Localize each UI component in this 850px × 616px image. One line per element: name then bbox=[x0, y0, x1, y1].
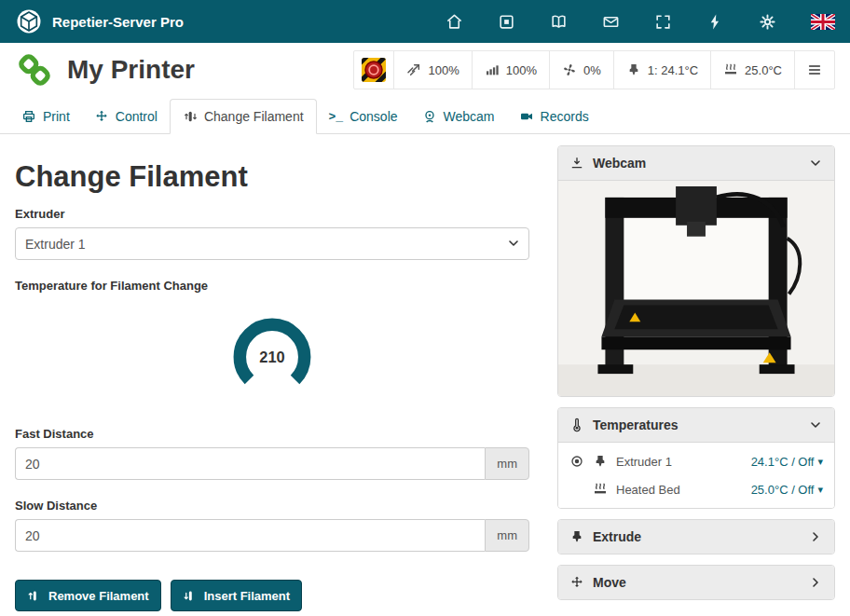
remove-filament-button[interactable]: Remove Filament bbox=[15, 580, 161, 611]
speed-icon bbox=[406, 62, 421, 77]
messages-icon[interactable] bbox=[602, 13, 620, 31]
records-camera-icon bbox=[519, 109, 534, 124]
temp-value: 24.1°C / Off bbox=[751, 455, 815, 469]
chevron-right-icon bbox=[808, 529, 823, 544]
heated-bed-icon bbox=[593, 482, 608, 497]
printer-header: My Printer 100% 100% 0% 1: 24.1°C 25.0°C bbox=[0, 43, 850, 97]
extruder-nozzle-icon bbox=[569, 529, 584, 544]
tab-label: Console bbox=[350, 109, 397, 124]
move-panel-header[interactable]: Move bbox=[558, 566, 834, 599]
temperatures-panel: Temperatures Extruder 1 24.1°C / Off ▾ H bbox=[557, 407, 835, 509]
language-flag-icon[interactable] bbox=[811, 14, 835, 30]
page-title: Change Filament bbox=[15, 160, 529, 194]
slow-distance-group: mm bbox=[15, 519, 529, 552]
caret-down-icon: ▾ bbox=[817, 484, 823, 496]
home-icon[interactable] bbox=[446, 13, 463, 31]
tab-label: Print bbox=[43, 109, 70, 124]
webcam-icon bbox=[422, 109, 437, 124]
print-icon bbox=[21, 109, 36, 124]
temp-value: 25.0°C / Off bbox=[751, 483, 815, 497]
connected-link-icon bbox=[15, 50, 54, 89]
tab-label: Change Filament bbox=[204, 109, 304, 124]
repetier-logo-icon bbox=[15, 7, 43, 35]
temperatures-panel-header[interactable]: Temperatures bbox=[558, 408, 834, 442]
extruder-nozzle-icon bbox=[626, 62, 641, 77]
fan-icon bbox=[562, 62, 577, 77]
brand-name: Repetier-Server Pro bbox=[52, 14, 184, 30]
chevron-right-icon bbox=[808, 575, 823, 590]
bed-temp-stat[interactable]: 25.0°C bbox=[710, 51, 794, 89]
temperature-row-bed: Heated Bed 25.0°C / Off ▾ bbox=[558, 475, 834, 503]
extruder-temp-value: 1: 24.1°C bbox=[648, 63, 698, 77]
fast-distance-unit: mm bbox=[485, 447, 529, 480]
slow-distance-label: Slow Distance bbox=[15, 499, 529, 513]
temperature-value: 210 bbox=[259, 349, 284, 365]
status-bar: 100% 100% 0% 1: 24.1°C 25.0°C bbox=[353, 50, 835, 89]
slow-distance-input[interactable] bbox=[15, 519, 485, 552]
tab-label: Control bbox=[116, 109, 158, 124]
control-arrows-icon bbox=[94, 109, 109, 124]
button-label: Insert Filament bbox=[204, 589, 290, 603]
webcam-panel-header[interactable]: Webcam bbox=[558, 146, 834, 180]
extrude-panel: Extrude bbox=[557, 519, 835, 554]
printer-menu-button[interactable] bbox=[794, 51, 834, 89]
heated-bed-icon bbox=[723, 62, 738, 77]
printer-title: My Printer bbox=[67, 55, 195, 85]
tab-control[interactable]: Control bbox=[82, 100, 170, 133]
button-label: Remove Filament bbox=[48, 589, 149, 603]
brand[interactable]: Repetier-Server Pro bbox=[15, 7, 184, 35]
filament-up-icon bbox=[27, 589, 41, 603]
insert-filament-button[interactable]: Insert Filament bbox=[171, 580, 302, 611]
temp-name: Extruder 1 bbox=[616, 455, 672, 469]
fast-distance-input[interactable] bbox=[15, 447, 485, 480]
power-bolt-icon[interactable] bbox=[706, 13, 724, 31]
move-arrows-icon bbox=[569, 575, 584, 590]
tab-label: Webcam bbox=[444, 109, 495, 124]
extrude-panel-header[interactable]: Extrude bbox=[558, 520, 834, 554]
temperature-gauge-row: 210 bbox=[15, 308, 529, 406]
tab-label: Records bbox=[541, 109, 589, 124]
tab-webcam[interactable]: Webcam bbox=[410, 100, 507, 133]
chevron-down-icon bbox=[808, 156, 823, 171]
temperatures-body: Extruder 1 24.1°C / Off ▾ Heated Bed 25.… bbox=[558, 442, 834, 508]
extruder-temp-dropdown[interactable]: 24.1°C / Off ▾ bbox=[751, 455, 823, 469]
filament-actions: Remove Filament Insert Filament bbox=[15, 580, 529, 611]
manual-book-icon[interactable] bbox=[550, 13, 568, 31]
move-panel: Move bbox=[557, 565, 835, 600]
sidebar: Webcam bbox=[557, 145, 835, 611]
speed-stat[interactable]: 100% bbox=[393, 51, 471, 89]
tab-console[interactable]: >_ Console bbox=[317, 100, 410, 133]
webcam-panel: Webcam bbox=[557, 145, 835, 397]
fast-distance-label: Fast Distance bbox=[15, 427, 529, 441]
tab-records[interactable]: Records bbox=[507, 100, 601, 133]
extruder-label: Extruder bbox=[15, 207, 529, 221]
webcam-panel-icon bbox=[569, 156, 584, 171]
panel-title: Move bbox=[593, 575, 626, 590]
flow-stat[interactable]: 100% bbox=[472, 51, 549, 89]
speed-value: 100% bbox=[428, 63, 459, 77]
filament-down-icon bbox=[183, 589, 197, 603]
extruder-temp-stat[interactable]: 1: 24.1°C bbox=[613, 51, 710, 89]
tab-print[interactable]: Print bbox=[9, 100, 82, 133]
radio-selected-icon[interactable] bbox=[569, 454, 584, 469]
change-filament-panel: Change Filament Extruder Extruder 1 Temp… bbox=[15, 145, 529, 611]
panel-title: Temperatures bbox=[593, 418, 679, 432]
flow-icon bbox=[485, 62, 500, 77]
emergency-stop-button[interactable] bbox=[354, 51, 393, 89]
tab-change-filament[interactable]: Change Filament bbox=[170, 99, 317, 134]
extruder-select[interactable]: Extruder 1 bbox=[15, 227, 529, 260]
fan-stat[interactable]: 0% bbox=[549, 51, 613, 89]
webcam-image bbox=[558, 180, 834, 396]
bed-temp-dropdown[interactable]: 25.0°C / Off ▾ bbox=[751, 483, 823, 497]
printers-icon[interactable] bbox=[498, 13, 515, 31]
panel-title: Extrude bbox=[593, 529, 641, 544]
fullscreen-icon[interactable] bbox=[654, 13, 672, 31]
bed-temp-value: 25.0°C bbox=[745, 63, 782, 77]
nav-icons bbox=[446, 13, 835, 31]
extruder-select-wrap: Extruder 1 bbox=[15, 227, 529, 260]
thermometer-icon bbox=[569, 418, 584, 432]
settings-gear-icon[interactable] bbox=[759, 13, 776, 31]
flow-value: 100% bbox=[506, 63, 537, 77]
extruder-nozzle-icon bbox=[593, 454, 608, 469]
temperature-knob[interactable]: 210 bbox=[223, 308, 322, 406]
